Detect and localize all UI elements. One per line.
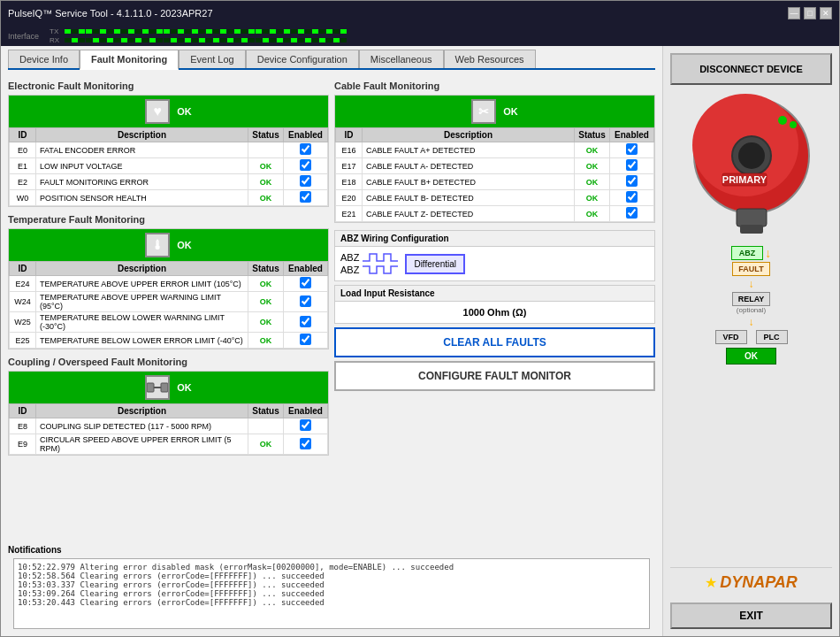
clear-all-faults-button[interactable]: CLEAR ALL FAULTS <box>334 327 655 357</box>
arrow-down2-icon: ↓ <box>749 278 754 290</box>
cf-row0-enabled[interactable] <box>284 418 328 434</box>
cable-fault-title: Cable Fault Monitoring <box>334 81 655 91</box>
dynapar-star-icon: ★ <box>705 575 717 590</box>
table-row: E0 FATAL ENCODER ERROR <box>10 142 328 158</box>
load-section: Load Input Resistance 1000 Ohm (Ω) <box>334 285 655 324</box>
electronic-fault-box: ♥ OK ID Description Status <box>8 95 329 207</box>
title-bar-controls: — □ ✕ <box>788 7 832 19</box>
exit-button[interactable]: EXIT <box>670 602 832 629</box>
table-row: E17 CABLE FAULT A- DETECTED OK <box>336 158 654 174</box>
diagram-relay-area: RELAY (optional) <box>732 292 771 314</box>
notification-line-4: 10:53:20.443 Clearing errors (errorCode=… <box>18 598 645 607</box>
tf-row0-enabled[interactable] <box>284 276 328 292</box>
abz-label1: ABZ <box>340 252 359 263</box>
table-row: E2 FAULT MONITORING ERROR OK <box>10 174 328 190</box>
coupling-fault-header: OK <box>9 372 328 403</box>
notifications-title: Notifications <box>8 545 655 555</box>
diagram-relay-sub: (optional) <box>737 306 766 314</box>
diagram-fault-row: FAULT <box>732 262 769 276</box>
arrow-down-icon: ↓ <box>765 246 771 260</box>
tab-device-info[interactable]: Device Info <box>8 50 80 68</box>
notification-line-3: 10:53:09.264 Clearing errors (errorCode=… <box>18 589 645 598</box>
coupling-fault-section: Coupling / Overspeed Fault Monitoring <box>8 357 329 456</box>
notifications-log[interactable]: 10:52:22.979 Altering error disabled mas… <box>13 558 650 629</box>
tab-event-log[interactable]: Event Log <box>179 50 246 68</box>
ef-row1-enabled[interactable] <box>284 158 328 174</box>
svg-rect-9 <box>737 209 767 226</box>
abz-line1: ABZ <box>340 252 398 263</box>
diagram-fault-box: FAULT <box>732 262 769 276</box>
cf-row1-enabled[interactable] <box>284 434 328 455</box>
encoder-svg: PRIMARY <box>685 94 818 235</box>
left-fault-column: Electronic Fault Monitoring ♥ OK ID <box>8 81 329 463</box>
electronic-fault-header: ♥ OK <box>9 96 328 127</box>
table-row: E25 TEMPERATURE BELOW LOWER ERROR LIMIT … <box>10 333 328 349</box>
close-button[interactable]: ✕ <box>820 7 832 19</box>
tf-row1-id: W24 <box>10 292 36 312</box>
right-fault-column: Cable Fault Monitoring ✂ OK ID <box>334 81 655 463</box>
svg-rect-0 <box>147 383 154 392</box>
diagram-ok-box: OK <box>726 348 776 365</box>
svg-rect-1 <box>161 383 168 392</box>
cab-col-status: Status <box>575 128 610 142</box>
electronic-fault-title: Electronic Fault Monitoring <box>8 81 329 91</box>
cable-fault-section: Cable Fault Monitoring ✂ OK ID <box>334 81 655 223</box>
tab-web-resources[interactable]: Web Resources <box>444 50 536 68</box>
abz-section: ABZ Wiring Configuration ABZ <box>334 230 655 281</box>
cf-row1-status: OK <box>248 434 284 455</box>
tf-row3-enabled[interactable] <box>284 333 328 349</box>
cab-row3-status: OK <box>575 190 610 206</box>
ef-row3-enabled[interactable] <box>284 190 328 206</box>
svg-point-8 <box>790 121 797 128</box>
table-row: E8 COUPLING SLIP DETECTED (117 - 5000 RP… <box>10 418 328 434</box>
coupling-fault-table: ID Description Status Enabled E8 <box>9 403 328 455</box>
diagram-vfd-plc-row: VFD PLC <box>715 330 788 344</box>
coupling-icon <box>145 375 170 400</box>
load-value: 1000 Ohm (Ω) <box>335 302 654 323</box>
cab-row4-id: E21 <box>336 206 363 222</box>
cab-row1-desc: CABLE FAULT A- DETECTED <box>363 158 575 174</box>
encoder-diagram: PRIMARY <box>670 90 832 241</box>
tf-row0-status: OK <box>248 276 284 292</box>
ef-col-enabled: Enabled <box>284 128 328 142</box>
tab-fault-monitoring[interactable]: Fault Monitoring <box>80 50 179 70</box>
cab-row4-enabled[interactable] <box>610 206 654 222</box>
tab-device-configuration[interactable]: Device Configuration <box>246 50 359 68</box>
notification-line-1: 10:52:58.564 Clearing errors (errorCode=… <box>18 572 645 580</box>
table-row: W24 TEMPERATURE ABOVE UPPER WARNING LIMI… <box>10 292 328 312</box>
tf-row1-enabled[interactable] <box>284 292 328 312</box>
temperature-fault-header: 🌡 OK <box>9 229 328 261</box>
cab-row4-status: OK <box>575 206 610 222</box>
ef-row0-enabled[interactable] <box>284 142 328 158</box>
ef-row2-enabled[interactable] <box>284 174 328 190</box>
cf-row0-status <box>248 418 284 434</box>
ef-col-status: Status <box>248 128 284 142</box>
tab-miscellaneous[interactable]: Miscellaneous <box>359 50 444 68</box>
rx-leds <box>65 38 347 42</box>
load-header: Load Input Resistance <box>335 286 654 302</box>
tf-col-id: ID <box>10 262 36 276</box>
svg-point-7 <box>778 116 787 125</box>
cab-row0-id: E16 <box>336 142 363 158</box>
disconnect-device-button[interactable]: DISCONNECT DEVICE <box>670 53 832 85</box>
maximize-button[interactable]: □ <box>804 7 816 19</box>
configure-fault-monitor-button[interactable]: CONFIGURE FAULT MONITOR <box>334 361 655 391</box>
wiring-diagram: ABZ ↓ FAULT ↓ RELAY (optional) ↓ VFD PLC <box>670 246 832 365</box>
minimize-button[interactable]: — <box>788 7 800 19</box>
tf-col-desc: Description <box>36 262 248 276</box>
cab-row2-enabled[interactable] <box>610 174 654 190</box>
thermometer-icon: 🌡 <box>145 233 170 257</box>
abz-line2: ABZ <box>340 265 398 275</box>
tf-row1-status: OK <box>248 292 284 312</box>
ef-row1-desc: LOW INPUT VOLTAGE <box>36 158 248 174</box>
abz-waveform1 <box>363 252 398 263</box>
cab-row1-enabled[interactable] <box>610 158 654 174</box>
tab-content: Electronic Fault Monitoring ♥ OK ID <box>1 77 662 541</box>
temperature-fault-status: OK <box>177 240 192 250</box>
table-row: E9 CIRCULAR SPEED ABOVE UPPER ERROR LIMI… <box>10 434 328 455</box>
cab-row3-enabled[interactable] <box>610 190 654 206</box>
tf-row0-id: E24 <box>10 276 36 292</box>
cab-row0-enabled[interactable] <box>610 142 654 158</box>
encoder-visual: PRIMARY <box>685 94 818 237</box>
tf-row2-enabled[interactable] <box>284 312 328 333</box>
